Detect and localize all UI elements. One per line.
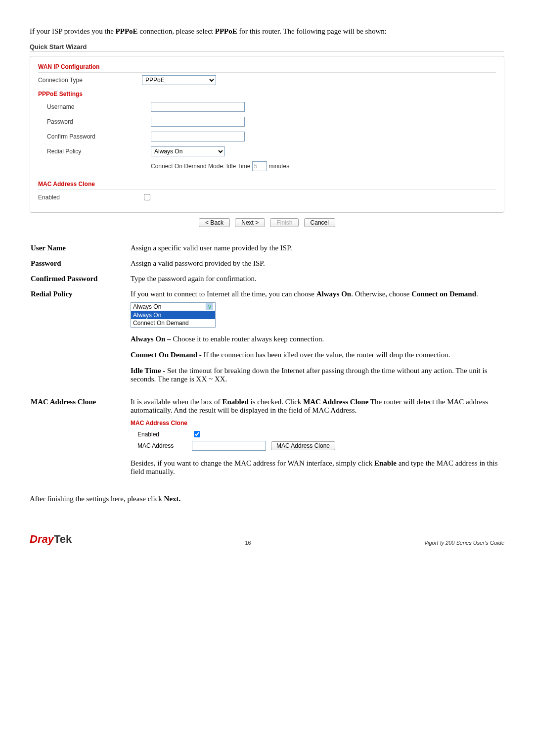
redial-policy-select[interactable]: Always On (151, 146, 225, 156)
idle-time-input (252, 161, 267, 171)
term-mac-address-clone: MAC Address Clone (31, 395, 130, 486)
mac-clone-illustration: MAC Address Clone Enabled MAC Address MA… (131, 420, 503, 452)
page-number: 16 (245, 540, 251, 546)
term-username: User Name (31, 241, 130, 255)
intro-paragraph: If your ISP provides you the PPPoE conne… (30, 27, 504, 36)
redial-options-illustration: Always On v Always On Connect On Demand (131, 302, 216, 328)
wizard-box: WAN IP Configuration Connection Type PPP… (30, 56, 504, 213)
mac-address-input[interactable] (192, 441, 266, 451)
connection-type-label: Connection Type (38, 77, 142, 84)
guide-title: VigorFly 200 Series User's Guide (424, 540, 504, 546)
confirm-password-label: Confirm Password (38, 133, 151, 140)
next-button[interactable]: Next > (235, 218, 265, 227)
desc-password: Assign a valid password provided by the … (131, 256, 503, 271)
wan-ip-config-head: WAN IP Configuration (38, 60, 496, 73)
connection-type-select[interactable]: PPPoE (142, 75, 216, 85)
username-input[interactable] (151, 102, 245, 112)
term-confirmed-password: Confirmed Password (31, 272, 130, 286)
pppoe-settings-head: PPPoE Settings (38, 88, 496, 99)
cancel-button[interactable]: Cancel (304, 218, 335, 227)
password-label: Password (38, 118, 151, 125)
chevron-down-icon: v (206, 303, 213, 310)
password-input[interactable] (151, 117, 245, 127)
back-button[interactable]: < Back (199, 218, 230, 227)
enabled-checkbox[interactable] (144, 194, 150, 200)
term-redial-policy: Redial Policy (31, 287, 130, 394)
desc-mac-address-clone: It is available when the box of Enabled … (131, 395, 503, 486)
redial-policy-label: Redial Policy (38, 148, 151, 155)
confirm-password-input[interactable] (151, 132, 245, 142)
definitions-table: User Name Assign a specific valid user n… (30, 240, 504, 487)
term-password: Password (31, 256, 130, 271)
page-footer: DrayTek 16 VigorFly 200 Series User's Gu… (30, 533, 504, 546)
mac-enabled-checkbox[interactable] (194, 431, 200, 437)
mac-address-clone-head: MAC Address Clone (38, 178, 496, 190)
username-label: Username (38, 103, 151, 110)
mac-address-clone-button[interactable]: MAC Address Clone (271, 441, 335, 450)
finish-button: Finish (270, 218, 299, 227)
closing-paragraph: After finishing the settings here, pleas… (30, 495, 504, 503)
desc-redial-policy: If you want to connect to Internet all t… (131, 287, 503, 394)
desc-confirmed-password: Type the password again for confirmation… (131, 272, 503, 286)
wizard-title: Quick Start Wizard (30, 43, 504, 50)
enabled-label: Enabled (38, 194, 142, 201)
desc-username: Assign a specific valid user name provid… (131, 241, 503, 255)
logo: DrayTek (30, 533, 72, 546)
idle-time-row: Connect On Demand Mode: Idle Time minute… (151, 161, 496, 171)
